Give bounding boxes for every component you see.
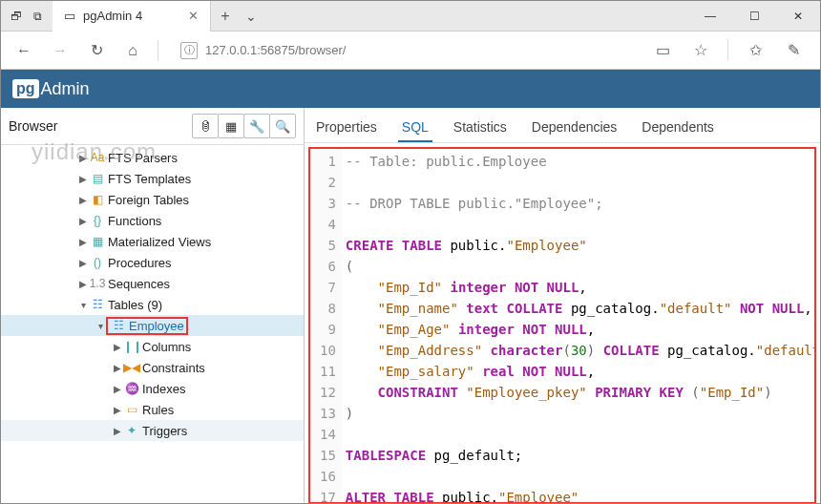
- url-text: 127.0.0.1:56875/browser/: [205, 43, 346, 57]
- tree-item[interactable]: ▶▦Materialized Views: [1, 231, 304, 252]
- tree-item[interactable]: ▶❙❙Columns: [1, 336, 304, 357]
- node-label: Functions: [106, 214, 161, 228]
- node-icon: ♒: [123, 382, 140, 395]
- node-icon: ✦: [123, 424, 140, 437]
- forward-button: →: [49, 39, 72, 62]
- expand-arrow-icon[interactable]: ▾: [95, 321, 106, 331]
- node-icon: ▤: [89, 172, 106, 185]
- expand-arrow-icon[interactable]: ▶: [112, 384, 123, 394]
- sql-code[interactable]: -- Table: public.Employee -- DROP TABLE …: [342, 149, 814, 502]
- node-icon: ▦: [89, 235, 106, 248]
- favorite-icon[interactable]: ☆: [689, 39, 712, 62]
- tab-properties[interactable]: Properties: [312, 114, 381, 142]
- sql-editor: 123456789101112131415161718 -- Table: pu…: [308, 147, 816, 504]
- node-icon: {}: [89, 214, 106, 227]
- search-button[interactable]: 🔍: [269, 114, 296, 138]
- node-label: Sequences: [106, 277, 170, 291]
- divider: [158, 40, 158, 61]
- expand-arrow-icon[interactable]: ▶: [77, 279, 89, 289]
- node-icon: ❙❙: [123, 340, 140, 353]
- node-label: Tables (9): [106, 298, 162, 312]
- content-tabs: PropertiesSQLStatisticsDependenciesDepen…: [305, 108, 820, 143]
- window-close-button[interactable]: ✕: [776, 1, 820, 32]
- favorites-bar-icon[interactable]: ✩: [744, 39, 767, 62]
- node-label: Constraints: [140, 361, 205, 375]
- expand-arrow-icon[interactable]: ▶: [77, 237, 89, 247]
- node-label: FTS Templates: [106, 172, 191, 186]
- reload-button[interactable]: ↻: [85, 39, 108, 62]
- node-label: FTS Parsers: [106, 151, 178, 165]
- tree-item[interactable]: ▾☷Tables (9): [1, 294, 304, 315]
- node-icon: ▭: [123, 403, 140, 416]
- close-tab-icon[interactable]: ✕: [188, 9, 199, 23]
- expand-arrow-icon[interactable]: ▶: [112, 405, 123, 415]
- query-tool-button[interactable]: 🛢: [192, 114, 219, 138]
- main-split: Browser 🛢 ▦ 🔧 🔍 yiidian.com ▶AaFTS Parse…: [1, 108, 820, 504]
- node-icon: 1.3: [89, 277, 106, 290]
- filter-rows-button[interactable]: 🔧: [243, 114, 270, 138]
- view-data-button[interactable]: ▦: [218, 114, 244, 138]
- node-label: Employee: [127, 319, 184, 333]
- node-label: Foreign Tables: [106, 193, 189, 207]
- notes-icon[interactable]: ✎: [782, 39, 805, 62]
- back-button[interactable]: ←: [12, 39, 35, 62]
- node-label: Rules: [140, 403, 174, 417]
- expand-arrow-icon[interactable]: ▶: [112, 342, 123, 352]
- tree-item[interactable]: ▶✦Triggers: [1, 420, 304, 441]
- site-info-icon[interactable]: ⓘ: [180, 42, 198, 59]
- sidebar-title: Browser: [9, 118, 57, 134]
- expand-arrow-icon[interactable]: ▶: [77, 153, 89, 163]
- tree-item[interactable]: ▶◧Foreign Tables: [1, 189, 304, 210]
- address-bar[interactable]: ⓘ 127.0.0.1:56875/browser/: [172, 37, 638, 64]
- browser-toolbar: ← → ↻ ⌂ ⓘ 127.0.0.1:56875/browser/ ▭ ☆ ✩…: [1, 32, 820, 70]
- pgadmin-logo: pgAdmin: [12, 79, 90, 99]
- tree-item[interactable]: ▶AaFTS Parsers: [1, 147, 304, 168]
- tree-item[interactable]: ▶{}Functions: [1, 210, 304, 231]
- reading-view-icon[interactable]: ▭: [651, 39, 674, 62]
- home-button[interactable]: ⌂: [121, 39, 144, 62]
- tree-item[interactable]: ▶▭Rules: [1, 399, 304, 420]
- expand-arrow-icon[interactable]: ▾: [77, 300, 89, 310]
- tree-item[interactable]: ▶()Procedures: [1, 252, 304, 273]
- node-icon: ☷: [110, 319, 127, 332]
- browser-tab-active[interactable]: ▭ pgAdmin 4 ✕: [53, 1, 211, 32]
- expand-arrow-icon[interactable]: ▶: [112, 363, 123, 373]
- node-icon: ▶◀: [123, 361, 140, 374]
- expand-arrow-icon[interactable]: ▶: [77, 174, 89, 184]
- window-titlebar: 🗗 ⧉ ▭ pgAdmin 4 ✕ + ⌄ ― ☐ ✕: [1, 1, 820, 32]
- sys-icon-cascade[interactable]: 🗗: [9, 9, 24, 24]
- node-label: Materialized Views: [106, 235, 211, 249]
- expand-arrow-icon[interactable]: ▶: [77, 258, 89, 268]
- window-maximize-button[interactable]: ☐: [732, 1, 776, 32]
- tree-item[interactable]: ▶♒Indexes: [1, 378, 304, 399]
- expand-arrow-icon[interactable]: ▶: [112, 426, 123, 436]
- sys-icon-copy[interactable]: ⧉: [30, 9, 45, 24]
- node-label: Columns: [140, 340, 191, 354]
- node-label: Procedures: [106, 256, 171, 270]
- tree-item[interactable]: ▾☷Employee: [1, 315, 304, 336]
- expand-arrow-icon[interactable]: ▶: [77, 195, 89, 205]
- tab-dependents[interactable]: Dependents: [638, 114, 718, 142]
- new-tab-button[interactable]: +: [211, 8, 239, 25]
- tab-title: pgAdmin 4: [83, 9, 142, 23]
- expand-arrow-icon[interactable]: ▶: [77, 216, 89, 226]
- tab-sql[interactable]: SQL: [398, 114, 432, 142]
- tree-item[interactable]: ▶▤FTS Templates: [1, 168, 304, 189]
- node-icon: (): [89, 256, 106, 269]
- node-label: Indexes: [140, 382, 186, 396]
- tab-dependencies[interactable]: Dependencies: [528, 114, 621, 142]
- tree-item[interactable]: ▶▶◀Constraints: [1, 357, 304, 378]
- object-tree[interactable]: ▶AaFTS Parsers▶▤FTS Templates▶◧Foreign T…: [1, 145, 304, 441]
- tree-item[interactable]: ▶1.3Sequences: [1, 273, 304, 294]
- node-label: Triggers: [140, 424, 187, 438]
- node-icon: ☷: [89, 298, 106, 311]
- tab-statistics[interactable]: Statistics: [450, 114, 511, 142]
- node-icon: ◧: [89, 193, 106, 206]
- content-pane: PropertiesSQLStatisticsDependenciesDepen…: [305, 108, 820, 504]
- node-icon: Aa: [89, 151, 106, 164]
- sidebar-header: Browser 🛢 ▦ 🔧 🔍: [1, 108, 304, 145]
- window-minimize-button[interactable]: ―: [688, 1, 732, 32]
- browser-sidebar: Browser 🛢 ▦ 🔧 🔍 yiidian.com ▶AaFTS Parse…: [1, 108, 305, 504]
- app-header: pgAdmin: [1, 70, 820, 108]
- tabs-menu-icon[interactable]: ⌄: [240, 9, 263, 24]
